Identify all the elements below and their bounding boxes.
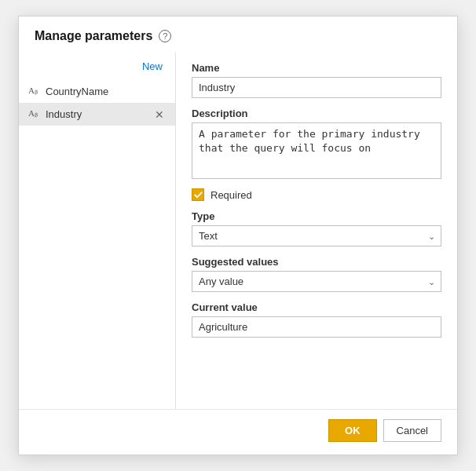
description-input[interactable]: A parameter for the primary industry tha…: [192, 122, 441, 179]
name-input[interactable]: [192, 77, 441, 98]
description-label: Description: [192, 108, 441, 119]
required-checkbox[interactable]: [192, 188, 204, 201]
suggested-values-field-group: Suggested values Any value List of value…: [192, 256, 441, 292]
current-value-label: Current value: [192, 301, 441, 313]
required-label: Required: [211, 189, 252, 201]
param-item-industry[interactable]: Aᵦ Industry ✕: [19, 103, 175, 126]
left-panel: New Aᵦ CountryName Aᵦ Industry: [19, 53, 176, 409]
param-type-icon-industry: Aᵦ: [28, 108, 41, 121]
suggested-values-select-wrapper: Any value List of values Query ⌄: [192, 271, 441, 292]
dialog-body: New Aᵦ CountryName Aᵦ Industry: [19, 53, 457, 409]
help-icon[interactable]: ?: [159, 30, 171, 42]
required-row: Required: [192, 188, 441, 201]
dialog-header: Manage parameters ?: [19, 16, 457, 53]
current-value-input[interactable]: [192, 316, 441, 338]
suggested-values-select[interactable]: Any value List of values Query: [192, 271, 441, 292]
param-label-industry: Industry: [46, 108, 153, 120]
ok-button[interactable]: OK: [328, 419, 377, 442]
param-item-countryname[interactable]: Aᵦ CountryName: [19, 80, 175, 103]
new-btn-row: New: [19, 59, 175, 80]
type-field-group: Type Text Number Date DateTime Time True…: [192, 210, 441, 246]
right-panel: Name Description A parameter for the pri…: [176, 53, 457, 409]
dialog-title: Manage parameters: [35, 29, 152, 43]
cancel-button[interactable]: Cancel: [383, 419, 441, 442]
type-select-wrapper: Text Number Date DateTime Time True/Fals…: [192, 225, 441, 246]
remove-industry-icon[interactable]: ✕: [153, 108, 166, 121]
type-select[interactable]: Text Number Date DateTime Time True/Fals…: [192, 225, 441, 246]
param-type-icon-countryname: Aᵦ: [28, 85, 41, 98]
svg-text:Aᵦ: Aᵦ: [28, 86, 38, 95]
suggested-values-label: Suggested values: [192, 256, 441, 268]
type-label: Type: [192, 210, 441, 222]
dialog-footer: OK Cancel: [19, 409, 457, 455]
name-field-group: Name: [192, 62, 441, 98]
description-field-group: Description A parameter for the primary …: [192, 108, 441, 179]
current-value-field-group: Current value: [192, 301, 441, 338]
manage-parameters-dialog: Manage parameters ? New Aᵦ CountryName: [18, 16, 458, 455]
svg-text:Aᵦ: Aᵦ: [28, 108, 38, 118]
new-button[interactable]: New: [139, 59, 166, 74]
param-label-countryname: CountryName: [46, 86, 166, 97]
name-label: Name: [192, 62, 441, 74]
